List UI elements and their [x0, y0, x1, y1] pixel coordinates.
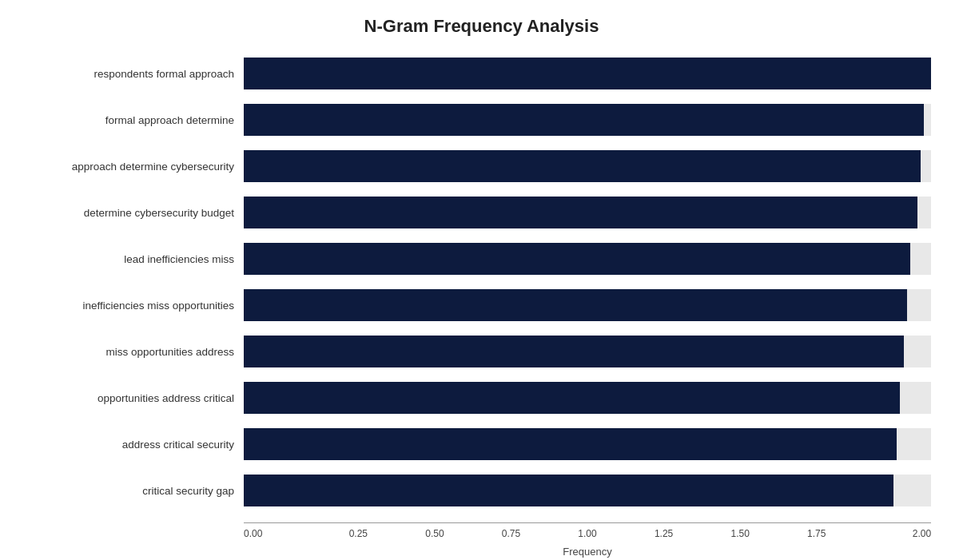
bar-track	[244, 197, 931, 228]
bar-label: lead inefficiencies miss	[32, 253, 244, 265]
x-axis-tick: 2.00	[855, 528, 932, 539]
chart-title: N-Gram Frequency Analysis	[32, 16, 931, 37]
bar-row: determine cybersecurity budget	[32, 192, 931, 233]
x-axis-tick: 0.00	[244, 528, 320, 539]
bar-fill	[244, 197, 917, 228]
bar-label: opportunities address critical	[32, 392, 244, 404]
bar-row: approach determine cybersecurity	[32, 145, 931, 187]
bar-track	[244, 475, 931, 506]
bar-row: critical security gap	[32, 470, 931, 511]
bar-fill	[244, 336, 904, 367]
x-axis-tick: 0.50	[396, 528, 473, 539]
x-axis-tick: 1.75	[778, 528, 855, 539]
chart-area: respondents formal approachformal approa…	[32, 53, 931, 516]
bar-row: address critical security	[32, 423, 931, 465]
bar-track	[244, 243, 931, 275]
x-axis-tick: 0.25	[320, 528, 397, 539]
bar-label: determine cybersecurity budget	[32, 207, 244, 219]
chart-container: N-Gram Frequency Analysis respondents fo…	[0, 0, 963, 560]
bar-track	[244, 58, 931, 89]
bar-track	[244, 428, 931, 460]
x-axis-tick: 1.50	[702, 528, 778, 539]
bar-row: miss opportunities address	[32, 331, 931, 372]
x-axis-label: Frequency	[244, 546, 931, 558]
bar-row: respondents formal approach	[32, 53, 931, 94]
bar-label: critical security gap	[32, 485, 244, 497]
bar-fill	[244, 428, 897, 460]
bar-fill	[244, 104, 924, 136]
bar-track	[244, 336, 931, 367]
bar-label: respondents formal approach	[32, 68, 244, 80]
bar-label: inefficiencies miss opportunities	[32, 300, 244, 312]
bar-row: lead inefficiencies miss	[32, 238, 931, 280]
x-axis-tick: 0.75	[473, 528, 550, 539]
bar-fill	[244, 289, 907, 321]
bar-label: approach determine cybersecurity	[32, 161, 244, 173]
x-axis-tick: 1.25	[626, 528, 702, 539]
bar-label: address critical security	[32, 439, 244, 451]
bar-track	[244, 382, 931, 414]
bar-track	[244, 150, 931, 182]
bar-fill	[244, 382, 900, 414]
bar-label: formal approach determine	[32, 114, 244, 126]
bar-fill	[244, 150, 921, 182]
x-axis-ticks: 0.000.250.500.751.001.251.501.752.00	[244, 522, 931, 539]
x-axis-tick: 1.00	[549, 528, 626, 539]
bar-label: miss opportunities address	[32, 346, 244, 358]
bar-fill	[244, 243, 910, 275]
bar-row: inefficiencies miss opportunities	[32, 284, 931, 326]
bar-track	[244, 104, 931, 136]
bar-row: opportunities address critical	[32, 377, 931, 419]
bar-fill	[244, 58, 931, 89]
bar-fill	[244, 475, 893, 506]
bar-row: formal approach determine	[32, 99, 931, 141]
bar-track	[244, 289, 931, 321]
x-axis: 0.000.250.500.751.001.251.501.752.00 Fre…	[244, 522, 931, 558]
